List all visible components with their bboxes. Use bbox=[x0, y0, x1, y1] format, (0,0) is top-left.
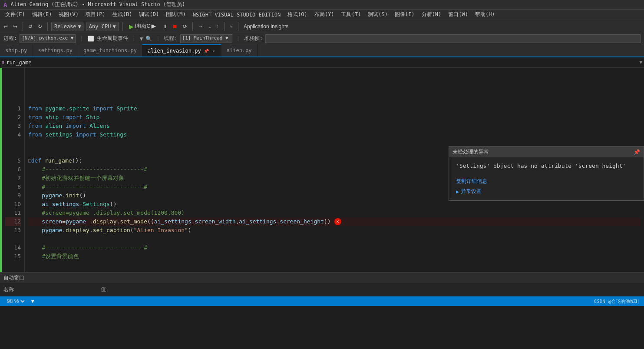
menu-help[interactable]: 帮助(H) bbox=[472, 10, 499, 19]
thread-label: 线程: bbox=[164, 35, 177, 42]
tab-alien-invasion[interactable]: alien_invasion.py 📌 × bbox=[142, 44, 221, 57]
exception-settings-label: 异常设置 bbox=[461, 188, 482, 195]
tab-game-functions[interactable]: game_functions.py bbox=[78, 44, 142, 57]
menu-edit[interactable]: 编辑(E) bbox=[29, 10, 56, 19]
config-dropdown-arrow: ▼ bbox=[78, 23, 81, 30]
menu-test[interactable]: 测试(S) bbox=[364, 10, 391, 19]
function-icon: ⊕ bbox=[2, 60, 5, 65]
toolbar-stop-btn[interactable]: ⏹ bbox=[171, 23, 179, 30]
code-line-error: ➡ screen=pygame .display.set_mode((ai_se… bbox=[28, 217, 641, 226]
code-line-blank2 bbox=[28, 78, 641, 87]
stack-dropdown[interactable] bbox=[265, 34, 641, 43]
app-insights-btn[interactable]: Application Insights bbox=[242, 23, 290, 30]
left-margin bbox=[0, 68, 5, 272]
status-right: CSDN @会飞的渔WZH bbox=[594, 298, 639, 305]
function-name: run_game bbox=[7, 60, 32, 66]
tab-alien-label: alien.py bbox=[227, 47, 252, 53]
platform-dropdown[interactable]: Any CPU ▼ bbox=[86, 22, 119, 31]
menu-file[interactable]: 文件(F) bbox=[2, 10, 29, 19]
filter-icon2: 🔍 bbox=[145, 36, 152, 42]
exception-pin-icon: 📌 bbox=[634, 149, 640, 155]
bottom-content: 名称 值 bbox=[0, 283, 644, 296]
menu-analyze[interactable]: 分析(N) bbox=[418, 10, 445, 19]
platform-dropdown-arrow: ▼ bbox=[112, 23, 116, 30]
tab-alien[interactable]: alien.py bbox=[221, 44, 258, 57]
green-margin-bar bbox=[0, 68, 2, 272]
tab-alien-invasion-label: alien_invasion.py bbox=[148, 48, 201, 54]
tab-settings-label: settings.py bbox=[38, 47, 73, 53]
menu-team[interactable]: 团队(M) bbox=[162, 10, 189, 19]
toolbar-step-over[interactable]: → bbox=[196, 23, 205, 30]
exception-header: 未经处理的异常 📌 bbox=[449, 146, 644, 157]
tab-alien-invasion-close[interactable]: × bbox=[211, 48, 216, 54]
platform-label: Any CPU bbox=[89, 23, 111, 30]
thread-dropdown-arrow: ▼ bbox=[225, 35, 228, 41]
tab-ship[interactable]: ship.py bbox=[0, 44, 33, 57]
code-line-comment5: #设置背景颜色 bbox=[28, 252, 641, 261]
toolbar-step-out[interactable]: ↑ bbox=[215, 23, 221, 30]
continue-btn[interactable]: ▶ 继续(C)▶ bbox=[126, 22, 159, 31]
process-dropdown[interactable]: [N/A] python.exe ▼ bbox=[20, 34, 76, 43]
toolbar-undo-btn[interactable]: ↺ bbox=[26, 23, 34, 30]
zoom-dropdown-arrow: ▼ bbox=[31, 299, 34, 304]
code-line-ai-settings: ai_settings=Settings() bbox=[28, 200, 641, 209]
toolbar-restart-btn[interactable]: ⟳ bbox=[181, 23, 189, 30]
menu-nsight[interactable]: NSIGHT VISUAL STUDIO EDITION bbox=[189, 11, 284, 19]
ln-11: 11 bbox=[5, 209, 21, 217]
code-line-blank1 bbox=[28, 70, 641, 78]
process-label: 进程: bbox=[3, 35, 17, 42]
toolbar-separator-6 bbox=[238, 22, 238, 31]
code-line-blank7 bbox=[28, 235, 641, 243]
toolbar-redo-btn[interactable]: ↻ bbox=[36, 23, 44, 30]
toolbar-perf-btn[interactable]: ≈ bbox=[228, 23, 234, 30]
toolbar-back-btn[interactable]: ↩ bbox=[2, 23, 10, 30]
ln-blank3 bbox=[5, 87, 21, 96]
toolbar-forward-btn[interactable]: ↪ bbox=[11, 23, 19, 30]
menu-build[interactable]: 生成(B) bbox=[109, 10, 136, 19]
stack-label: 堆栈帧: bbox=[244, 35, 263, 42]
watermark: CSDN @会飞的渔WZH bbox=[594, 298, 639, 305]
menu-debug[interactable]: 调试(D) bbox=[135, 10, 162, 19]
filter-icon: ▼ bbox=[140, 36, 143, 42]
ln-blank7 bbox=[5, 235, 21, 243]
ln-12: 12 bbox=[5, 217, 21, 226]
menu-view[interactable]: 视图(V) bbox=[55, 10, 82, 19]
tab-game-functions-label: game_functions.py bbox=[83, 47, 137, 53]
toolbar-step-into[interactable]: ↓ bbox=[207, 23, 213, 30]
thread-dropdown[interactable]: [1] MainThread ▼ bbox=[180, 34, 232, 43]
menu-format[interactable]: 格式(O) bbox=[284, 10, 311, 19]
ln-2: 2 bbox=[5, 113, 21, 122]
debug-toolbar: 进程: [N/A] python.exe ▼ | ⬜ 生命周期事件 | ▼ 🔍 … bbox=[0, 33, 644, 44]
app-insights-label: Application Insights bbox=[244, 23, 288, 30]
toolbar: ↩ ↪ ↺ ↻ Release ▼ Any CPU ▼ ▶ 继续(C)▶ ⏸ ⏹… bbox=[0, 20, 644, 33]
fold-btn[interactable]: □ bbox=[28, 156, 31, 165]
ln-blank2 bbox=[5, 78, 21, 87]
code-line-blank4 bbox=[28, 96, 641, 104]
config-dropdown[interactable]: Release ▼ bbox=[51, 22, 84, 31]
copy-details-link[interactable]: 复制详细信息 bbox=[456, 178, 487, 184]
menu-project[interactable]: 项目(P) bbox=[82, 10, 109, 19]
code-line-commented-screen: #screen=pygame .display.set_mode(1200,80… bbox=[28, 209, 641, 217]
toolbar-step-btn[interactable]: ⏸ bbox=[160, 23, 169, 30]
menu-layout[interactable]: 布局(Y) bbox=[311, 10, 338, 19]
exception-message: 'Settings' object has no attribute 'scre… bbox=[456, 163, 637, 169]
process-value: [N/A] python.exe bbox=[22, 35, 68, 41]
ln-5: 5 bbox=[5, 156, 21, 165]
ln-8: 8 bbox=[5, 183, 21, 191]
ln-10: 10 bbox=[5, 200, 21, 209]
menu-image[interactable]: 图像(I) bbox=[391, 10, 418, 19]
menu-tools[interactable]: 工具(T) bbox=[337, 10, 364, 19]
menu-window[interactable]: 窗口(W) bbox=[445, 10, 472, 19]
exception-settings-expand[interactable]: ▶ 异常设置 bbox=[456, 188, 637, 195]
function-dropdown-arrow[interactable]: ▼ bbox=[639, 60, 642, 65]
status-left: 98 % ▼ bbox=[5, 298, 34, 305]
ln-15: 15 bbox=[5, 252, 21, 261]
auto-window-tab[interactable]: 自动窗口 bbox=[3, 274, 24, 282]
tab-settings[interactable]: settings.py bbox=[33, 44, 78, 57]
ln-13: 13 bbox=[5, 226, 21, 235]
code-line-import4: from settings import Settings bbox=[28, 130, 641, 139]
toolbar-separator-1 bbox=[23, 22, 23, 31]
ln-blank5 bbox=[5, 139, 21, 148]
code-line-import2: from ship import Ship bbox=[28, 113, 641, 122]
zoom-select[interactable]: 98 % bbox=[5, 298, 26, 305]
